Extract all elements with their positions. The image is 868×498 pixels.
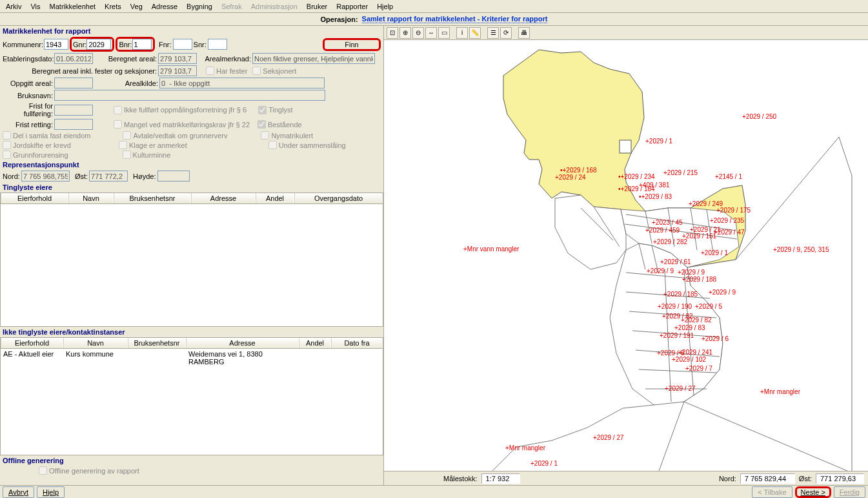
gnr-label: Gnr: — [73, 41, 86, 48]
section-tinglyste: Tinglyste eiere — [0, 182, 383, 192]
pan-icon[interactable]: ↔ — [425, 27, 437, 39]
bnr-input[interactable] — [132, 39, 152, 50]
harfester-checkbox — [206, 67, 214, 75]
map-parcel-label: +2029 / 61 — [660, 258, 691, 265]
map-parcel-label: +2145 / 1 — [715, 173, 742, 180]
ikkefull-checkbox — [114, 106, 122, 114]
nord-label: Nord: — [3, 172, 20, 180]
nymat-checkbox — [261, 131, 269, 140]
finn-button[interactable]: Finn — [323, 38, 381, 51]
map-parcel-label: +2029 / 9, 250, 315 — [773, 246, 829, 253]
tinglyste-table-header: Eierforhold Navn Bruksenhetsnr Adresse A… — [0, 192, 383, 204]
bafs-label: Beregnet areal inkl. fester og seksjoner… — [3, 67, 157, 75]
ost-label: Øst: — [75, 172, 88, 180]
delsamla-checkbox — [3, 131, 11, 140]
map-parcel-label: +2029 / 83 — [674, 324, 705, 331]
map-toolbar: ⊡ ⊕ ⊖ ↔ ▭ i 📏 ☰ ⟳ 🖶 — [384, 26, 868, 40]
map-parcel-label: •+2029 / 168 — [560, 167, 597, 174]
mangel-checkbox — [114, 120, 122, 129]
left-panel: Matrikkelenhet for rapport Kommunenr: Gn… — [0, 26, 384, 485]
map-parcel-label: +2029 / 185 — [663, 291, 698, 298]
menu-hjelp[interactable]: Hjelp — [372, 1, 398, 12]
arealmerknad-label: Arealmerknad: — [198, 55, 251, 63]
map-parcel-label: +2029 / 82 — [681, 316, 712, 324]
zoom-extent-icon[interactable]: ⊡ — [387, 27, 398, 39]
neste-button[interactable]: Neste > — [795, 486, 831, 498]
ost-field — [89, 171, 128, 182]
beregnet-areal-label: Beregnet areal: — [94, 55, 157, 63]
fnr-label: Fnr: — [156, 41, 172, 48]
map-parcel-label: +2029 / 1 — [701, 249, 728, 256]
measure-icon[interactable]: 📏 — [469, 27, 481, 39]
bafs-field — [158, 65, 197, 76]
map-parcel-label: +2029 / 459 — [645, 227, 680, 234]
map-parcel-label: +2029 / 9 — [709, 289, 736, 296]
etableringsdato-field — [54, 53, 93, 64]
arealmerknad-field — [252, 53, 375, 64]
oppgitt-areal-label: Oppgitt areal: — [3, 79, 53, 87]
layer-icon[interactable]: ☰ — [487, 27, 499, 39]
zoom-in-icon[interactable]: ⊕ — [399, 27, 411, 39]
offline-checkbox — [39, 466, 47, 475]
map-canvas[interactable]: +2029 / 250+2029 / 1•+2029 / 168+2029 / … — [384, 40, 868, 471]
beregnet-areal-field — [158, 53, 197, 64]
avtale-checkbox — [123, 131, 131, 140]
status-ost-value: 771 279,63 — [816, 473, 864, 484]
menu-bygning[interactable]: Bygning — [182, 1, 217, 12]
kommunenr-label: Kommunenr: — [3, 41, 43, 48]
map-parcel-label: +Mnr mangler — [505, 444, 545, 451]
map-parcel-label: +2029 / 1 — [645, 138, 672, 145]
zoom-out-icon[interactable]: ⊖ — [412, 27, 424, 39]
map-parcel-label: +2029 / 9 — [678, 269, 705, 276]
menu-vis[interactable]: Vis — [26, 1, 45, 12]
hoyde-field — [157, 171, 190, 182]
map-parcel-label: +2029 / 188 — [682, 276, 716, 283]
ferdig-button: Ferdig — [834, 486, 865, 498]
map-parcel-label: •+2029 / 184 — [618, 185, 655, 192]
bnr-label: Bnr: — [119, 41, 132, 48]
map-parcel-label: •+2029 / 234 — [618, 173, 655, 180]
avbryt-button[interactable]: Avbryt — [3, 486, 34, 498]
section-matrikkelenhet: Matrikkelenhet for rapport — [0, 26, 383, 36]
svg-rect-0 — [620, 140, 631, 153]
map-parcel-label: •+2029 / 83 — [639, 193, 672, 200]
arealkilde-label: Arealkilde: — [94, 79, 158, 87]
malestokk-label: Målestokk: — [443, 475, 478, 482]
operation-value: Samlet rapport for matrikkelenhet - Krit… — [362, 15, 548, 23]
arealkilde-field — [159, 78, 325, 88]
select-icon[interactable]: ▭ — [438, 27, 450, 39]
nord-field — [21, 171, 70, 182]
refresh-icon[interactable]: ⟳ — [500, 27, 512, 39]
tinglyste-table-body[interactable] — [0, 204, 383, 327]
malestokk-value: 1:7 932 — [481, 473, 520, 484]
map-parcel-label: +Mnr vann mangler — [463, 245, 519, 253]
hjelp-button[interactable]: Hjelp — [37, 486, 65, 498]
menu-rapporter[interactable]: Rapporter — [332, 1, 372, 12]
menu-matrikkelenhet[interactable]: Matrikkelenhet — [45, 1, 101, 12]
info-icon[interactable]: i — [456, 27, 468, 39]
status-nord-label: Nord: — [719, 475, 736, 482]
operation-bar: Operasjon: Samlet rapport for matrikkele… — [0, 13, 868, 26]
table-row[interactable]: AE - Aktuell eier Kurs kommune Weidemans… — [1, 349, 383, 367]
kommunenr-input[interactable] — [44, 39, 68, 50]
grunn-checkbox — [3, 150, 11, 159]
menu-adresse[interactable]: Adresse — [147, 1, 182, 12]
gnr-input[interactable] — [86, 39, 111, 50]
menu-arkiv[interactable]: Arkiv — [1, 1, 26, 12]
print-icon[interactable]: 🖶 — [518, 27, 530, 39]
menubar: Arkiv Vis Matrikkelenhet Krets Veg Adres… — [0, 0, 868, 13]
map-parcel-label: +2029 / 7 — [685, 365, 712, 372]
bruksnavn-field — [54, 90, 325, 101]
footer-bar: Avbryt Hjelp < Tilbake Neste > Ferdig — [0, 485, 868, 498]
map-parcel-label: +2029 / 250 — [742, 113, 776, 120]
section-ikke-tinglyste: Ikke tinglyste eiere/kontaktinstanser — [0, 327, 383, 337]
ikke-tinglyste-table-header: Eierforhold Navn Bruksenhetsnr Adresse A… — [0, 337, 383, 349]
ikke-tinglyste-table-body[interactable]: AE - Aktuell eier Kurs kommune Weidemans… — [0, 349, 383, 455]
menu-veg[interactable]: Veg — [126, 1, 147, 12]
menu-krets[interactable]: Krets — [100, 1, 126, 12]
snr-input[interactable] — [208, 39, 227, 50]
menu-bruker[interactable]: Bruker — [302, 1, 332, 12]
map-statusbar: Målestokk: 1:7 932 Nord: 7 765 829,44 Øs… — [384, 471, 868, 485]
fnr-input[interactable] — [173, 39, 192, 50]
map-parcel-label: +2029 / 191 — [660, 332, 694, 339]
